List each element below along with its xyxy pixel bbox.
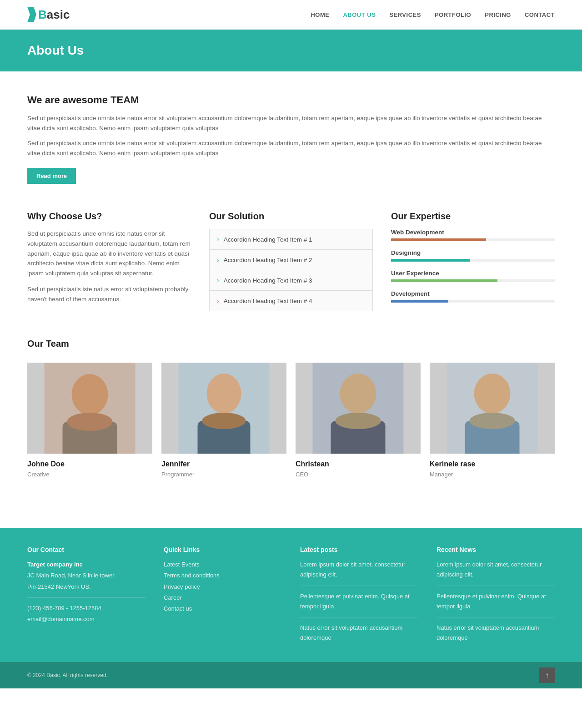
nav-services[interactable]: SERVICES	[389, 11, 421, 18]
accordion-label-3: Accordion Heading Text Item # 3	[224, 277, 312, 284]
member-name-4: Kerinele rase	[430, 460, 555, 468]
expertise-name-2: Designing	[391, 249, 555, 256]
about-heading: We are awesome TEAM	[27, 94, 555, 106]
team-member-4: Kerinele rase Manager	[430, 363, 555, 478]
solution-heading: Our Solution	[209, 211, 373, 222]
progress-bar-fill-4	[391, 300, 448, 303]
expertise-item-1: Web Development	[391, 229, 555, 241]
why-choose-para-2: Sed ut perspiciaatis iste natus error si…	[27, 284, 191, 304]
read-more-button[interactable]: Read more	[27, 168, 76, 184]
footer-bar: © 2024 Basic. All rights reserved. ↑	[0, 662, 582, 688]
footer-news-2: Pellentesque et pulvinar enim. Quisque a…	[436, 592, 555, 612]
chevron-icon-3: ›	[217, 277, 219, 284]
nav-pricing[interactable]: PRICING	[485, 11, 511, 18]
three-col-section: Why Choose Us? Sed ut perspiciaatis unde…	[27, 211, 555, 311]
footer-link-5[interactable]: Contact us	[164, 604, 282, 614]
footer-link-3[interactable]: Privacy policy	[164, 582, 282, 592]
footer: Our Contact Target company Inc JC Main R…	[0, 528, 582, 662]
footer-link-1[interactable]: Latest Events	[164, 560, 282, 570]
footer-news-3: Natus error sit voluptatem accusantium d…	[436, 623, 555, 643]
team-heading: Our Team	[27, 339, 555, 349]
footer-company: Target company Inc	[27, 560, 146, 570]
chevron-icon-4: ›	[217, 297, 219, 304]
progress-bar-bg-1	[391, 238, 555, 241]
expertise-col: Our Expertise Web Development Designing …	[391, 211, 555, 311]
footer-email: email@domainname.com	[27, 614, 146, 624]
member-name-3: Christean	[296, 460, 421, 468]
accordion-label-2: Accordion Heading Text Item # 2	[224, 257, 312, 263]
svg-point-12	[336, 413, 381, 429]
why-choose-para-1: Sed ut perspiciaatis unde omnis iste nat…	[27, 229, 191, 278]
team-member-2: Jennifer Programmer	[161, 363, 286, 478]
nav-contact[interactable]: CONTACT	[525, 11, 555, 18]
footer-address1: JC Main Road, Near Silnile tower	[27, 571, 146, 581]
expertise-item-2: Designing	[391, 249, 555, 262]
member-photo-4	[430, 363, 555, 454]
footer-grid: Our Contact Target company Inc JC Main R…	[27, 546, 555, 644]
progress-bar-fill-3	[391, 279, 497, 282]
svg-point-14	[474, 374, 511, 414]
accordion-item-4[interactable]: › Accordion Heading Text Item # 4	[210, 291, 372, 311]
chevron-icon-1: ›	[217, 236, 219, 243]
footer-quicklinks-heading: Quick Links	[164, 546, 282, 553]
footer-address2: Pin-21542 NewYork US.	[27, 582, 146, 592]
footer-link-4[interactable]: Career	[164, 593, 282, 603]
footer-posts-heading: Latest posts	[300, 546, 418, 553]
member-role-3: CEO	[296, 471, 421, 478]
accordion-item-1[interactable]: › Accordion Heading Text Item # 1	[210, 229, 372, 250]
member-name-2: Jennifer	[161, 460, 286, 468]
why-choose-heading: Why Choose Us?	[27, 211, 191, 222]
expertise-item-3: User Experience	[391, 270, 555, 282]
footer-contact-col: Our Contact Target company Inc JC Main R…	[27, 546, 146, 644]
accordion: › Accordion Heading Text Item # 1 › Acco…	[209, 229, 373, 311]
member-role-1: Creative	[27, 471, 152, 478]
footer-posts-col: Latest posts Lorem ipsum dolor sit amet,…	[300, 546, 418, 644]
progress-bar-fill-1	[391, 238, 486, 241]
main-content: We are awesome TEAM Sed ut perspiciaatis…	[0, 71, 582, 528]
footer-news-col: Recent News Lorem ipsum dolor sit amet, …	[436, 546, 555, 644]
accordion-item-2[interactable]: › Accordion Heading Text Item # 2	[210, 250, 372, 270]
team-grid: Johne Doe Creative Jennifer Programmer	[27, 363, 555, 478]
member-role-2: Programmer	[161, 471, 286, 478]
nav-about[interactable]: ABOUT US	[343, 11, 376, 18]
progress-bar-bg-2	[391, 259, 555, 262]
team-member-3: Christean CEO	[296, 363, 421, 478]
footer-quicklinks-col: Quick Links Latest Events Terms and cond…	[164, 546, 282, 644]
svg-point-8	[202, 413, 246, 429]
back-to-top-button[interactable]: ↑	[539, 667, 555, 683]
expertise-item-4: Development	[391, 290, 555, 303]
why-choose-col: Why Choose Us? Sed ut perspiciaatis unde…	[27, 211, 191, 311]
expertise-name-3: User Experience	[391, 270, 555, 277]
svg-point-10	[340, 374, 376, 414]
progress-bar-fill-2	[391, 259, 470, 262]
footer-contact-heading: Our Contact	[27, 546, 146, 553]
nav-portfolio[interactable]: PORTFOLIO	[435, 11, 471, 18]
svg-point-16	[470, 413, 515, 429]
hero-title: About Us	[27, 43, 555, 58]
footer-link-2[interactable]: Terms and conditions	[164, 571, 282, 581]
logo[interactable]: Basic	[27, 7, 70, 22]
solution-col: Our Solution › Accordion Heading Text It…	[209, 211, 373, 311]
accordion-item-3[interactable]: › Accordion Heading Text Item # 3	[210, 270, 372, 291]
member-photo-1	[27, 363, 152, 454]
nav-home[interactable]: HOME	[311, 11, 329, 18]
progress-bar-bg-3	[391, 279, 555, 282]
about-section: We are awesome TEAM Sed ut perspiciaatis…	[27, 94, 555, 184]
footer-post-2: Pellentesque et pulvinar enim. Quisque a…	[300, 592, 418, 612]
accordion-label-4: Accordion Heading Text Item # 4	[224, 298, 312, 304]
logo-rest: asic	[47, 8, 70, 22]
footer-copyright: © 2024 Basic. All rights reserved.	[27, 672, 108, 678]
svg-point-2	[72, 374, 108, 415]
expertise-heading: Our Expertise	[391, 211, 555, 222]
hero-banner: About Us	[0, 30, 582, 71]
footer-news-heading: Recent News	[436, 546, 555, 553]
navbar: Basic HOME ABOUT US SERVICES PORTFOLIO P…	[0, 0, 582, 30]
team-member-1: Johne Doe Creative	[27, 363, 152, 478]
member-photo-3	[296, 363, 421, 454]
footer-phone: (123) 456-789 - 1255-12584	[27, 603, 146, 613]
member-name-1: Johne Doe	[27, 460, 152, 468]
svg-point-6	[207, 374, 241, 414]
about-para-2: Sed ut perspiciaatis unde omnis iste nat…	[27, 138, 555, 158]
expertise-name-4: Development	[391, 290, 555, 297]
chevron-icon-2: ›	[217, 256, 219, 263]
